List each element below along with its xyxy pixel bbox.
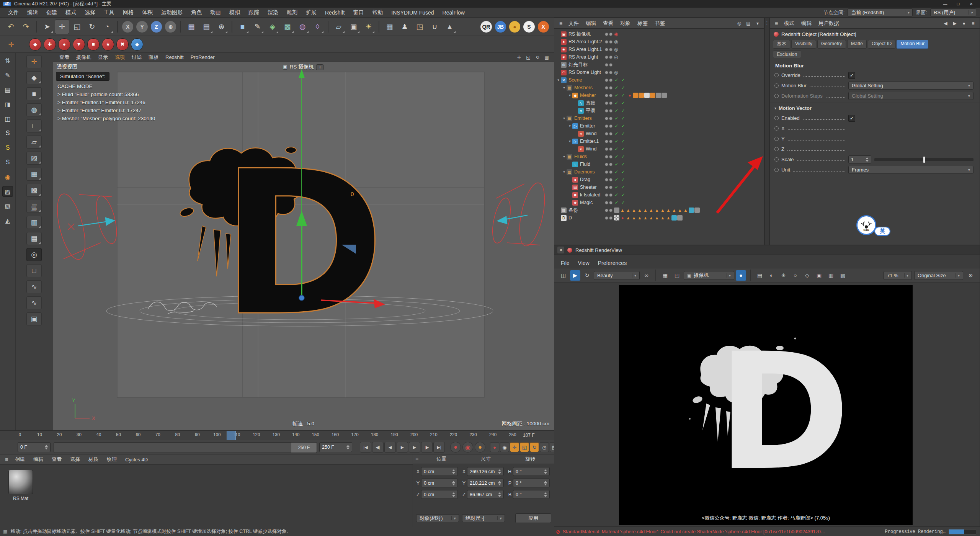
- editor-enable-check[interactable]: ✓: [614, 154, 619, 159]
- attr-select[interactable]: Frames▾: [848, 166, 973, 174]
- viewport-menu-5[interactable]: 过滤: [128, 54, 145, 61]
- node-space-select[interactable]: 当前 (Redshift) ▾: [848, 8, 913, 16]
- tool-circle-icon[interactable]: ◎: [26, 248, 42, 261]
- render-enable-check[interactable]: ✓: [621, 169, 626, 175]
- menu-item-13[interactable]: 跟踪: [244, 9, 263, 16]
- attr-tab-2[interactable]: Visibility: [791, 40, 816, 49]
- size-select[interactable]: Original Size▾: [914, 271, 963, 280]
- tag-icon[interactable]: ▲: [666, 215, 671, 221]
- object-row-25[interactable]: DD●▲▲▲▲▲▲▲▲: [554, 214, 764, 222]
- rotation-p-field[interactable]: 0 °: [513, 479, 550, 487]
- editor-enable-check[interactable]: ✓: [614, 185, 619, 190]
- tool-grid-icon[interactable]: ▣: [26, 312, 42, 325]
- visibility-dots[interactable]: [605, 163, 612, 166]
- object-row-2[interactable]: ✷RS Area Light.2◎: [554, 38, 764, 46]
- render-enable-check[interactable]: ✓: [621, 192, 626, 198]
- object-row-11[interactable]: ≈平滑✓✓: [554, 107, 764, 114]
- key-scale-button[interactable]: ◱: [520, 442, 529, 452]
- editor-enable-check[interactable]: ✓: [614, 177, 619, 182]
- object-row-12[interactable]: ▾▦Emitters✓✓: [554, 114, 764, 122]
- render-restart-icon[interactable]: ↻: [582, 270, 592, 281]
- viewport-menu-6[interactable]: 面板: [145, 54, 162, 61]
- object-row-17[interactable]: ▾▦Fluids✓✓: [554, 153, 764, 160]
- render-enable-check[interactable]: ✓: [621, 85, 626, 90]
- menu-item-16[interactable]: 扩展: [302, 9, 321, 16]
- close-button[interactable]: ✕: [965, 1, 977, 7]
- zoom-select[interactable]: 71 %▾: [884, 271, 912, 280]
- character-icon[interactable]: ♟: [398, 20, 412, 34]
- rs-dome-light-icon[interactable]: ●: [58, 38, 70, 51]
- tag-icon[interactable]: [689, 208, 694, 213]
- editor-enable-check[interactable]: ✓: [614, 93, 619, 98]
- dock-pen-icon[interactable]: ✎: [2, 70, 13, 80]
- editor-enable-check[interactable]: ✓: [614, 77, 619, 83]
- timeline-tick-240[interactable]: 240: [489, 432, 497, 437]
- next-key-button[interactable]: |▶: [421, 442, 433, 453]
- dock-s3-icon[interactable]: S: [2, 157, 13, 168]
- attr-tab-4[interactable]: Matte: [847, 40, 867, 49]
- menu-item-7[interactable]: 网格: [119, 9, 138, 16]
- om-menu-2[interactable]: 编辑: [582, 20, 599, 27]
- tool-edges-mode-icon[interactable]: ▦: [26, 168, 42, 181]
- timeline-tick-130[interactable]: 130: [273, 432, 280, 437]
- view-rotate-icon[interactable]: ↻: [533, 54, 542, 61]
- move-tool-icon[interactable]: ✛: [55, 20, 69, 34]
- tool-square-icon[interactable]: □: [26, 264, 42, 277]
- menu-item-21[interactable]: RealFlow: [438, 10, 469, 16]
- tag-icon[interactable]: ▲: [643, 208, 648, 213]
- minimize-button[interactable]: —: [939, 1, 951, 7]
- expand-toggle[interactable]: ▾: [562, 170, 567, 174]
- shelf-add-icon[interactable]: ✛: [5, 39, 17, 50]
- om-filter-icon[interactable]: ▤: [744, 20, 753, 27]
- render-enable-check[interactable]: ✓: [621, 93, 626, 98]
- interface-select[interactable]: RS (用户) ▾: [930, 8, 976, 16]
- menu-item-15[interactable]: 雕刻: [283, 9, 302, 16]
- rs-light-icon[interactable]: ✚: [44, 38, 56, 51]
- tag-icon[interactable]: ▲: [620, 208, 625, 213]
- attr-select[interactable]: Global Setting▾: [848, 92, 973, 100]
- attr-back-icon[interactable]: ◀: [941, 20, 950, 27]
- dock-s1-icon[interactable]: S: [2, 128, 13, 139]
- tag-icon[interactable]: [671, 215, 677, 221]
- tag-icon[interactable]: [614, 215, 619, 221]
- visibility-dots[interactable]: [605, 216, 612, 220]
- prev-frame-button[interactable]: ◀: [384, 442, 396, 453]
- goto-start-button[interactable]: |◀: [360, 442, 371, 453]
- am-menu-3[interactable]: 用户数据: [815, 20, 843, 27]
- editor-enable-check[interactable]: ✓: [614, 192, 619, 198]
- tool-polygons-mode-icon[interactable]: ▩: [26, 184, 42, 197]
- am-menu-1[interactable]: 模式: [781, 20, 798, 27]
- position-y-field[interactable]: 0 cm: [421, 479, 458, 487]
- om-menu-6[interactable]: 书签: [651, 20, 668, 27]
- render-enable-check[interactable]: ✓: [621, 123, 626, 129]
- timeline-tick-60[interactable]: 60: [136, 432, 140, 437]
- material-menu-4[interactable]: 选择: [66, 456, 84, 463]
- rv-settings-icon[interactable]: ⊛: [965, 270, 976, 281]
- workplane-icon[interactable]: ◳: [413, 20, 427, 34]
- editor-enable-check[interactable]: ✓: [614, 200, 619, 205]
- tag-icon[interactable]: ▲: [631, 215, 637, 221]
- menu-item-1[interactable]: 文件: [4, 9, 23, 16]
- rs-environment-icon[interactable]: ■: [87, 38, 100, 51]
- panel-splitter[interactable]: ⋮: [764, 18, 769, 245]
- object-row-4[interactable]: ✷RS Area Light◎: [554, 53, 764, 61]
- volume-icon[interactable]: ▩: [280, 20, 294, 34]
- menu-item-20[interactable]: INSYDIUM Fused: [387, 10, 438, 16]
- light-state-icon[interactable]: ◎: [614, 39, 618, 44]
- tag-icon[interactable]: ▲: [683, 208, 688, 213]
- visibility-dots[interactable]: [605, 78, 612, 82]
- timeline-tick-90[interactable]: 90: [195, 432, 200, 437]
- object-row-10[interactable]: ∿直接✓✓: [554, 99, 764, 107]
- tag-icon[interactable]: ▲: [677, 208, 683, 213]
- attr-tab-1[interactable]: 基本: [773, 40, 790, 49]
- tag-icon[interactable]: [644, 93, 650, 98]
- stepper-icons[interactable]: [452, 492, 455, 497]
- y-axis-lock-icon[interactable]: Y: [136, 21, 147, 33]
- camera-lock-icon[interactable]: ●: [736, 270, 746, 281]
- attr-tab-3[interactable]: Geometry: [817, 40, 846, 49]
- am-menu-2[interactable]: 编辑: [798, 20, 815, 27]
- position-x-field[interactable]: 0 cm: [421, 467, 458, 476]
- dock-half-icon[interactable]: ◨: [2, 99, 13, 109]
- keyframe-dot[interactable]: [774, 157, 779, 162]
- timeline-tick-0[interactable]: 0: [19, 432, 21, 437]
